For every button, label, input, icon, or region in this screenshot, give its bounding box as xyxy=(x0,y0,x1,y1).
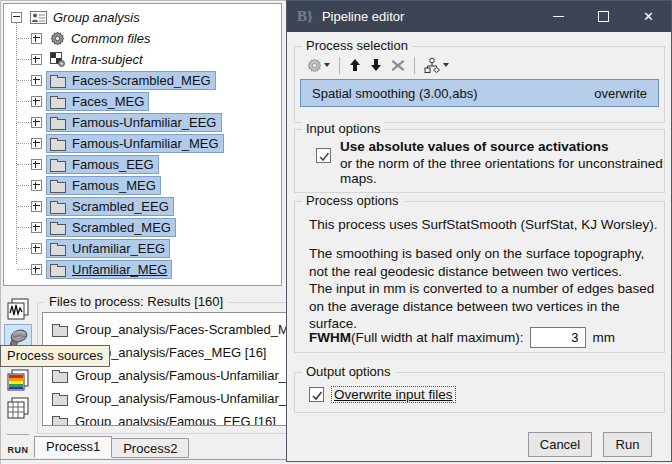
expand-icon[interactable] xyxy=(31,75,42,86)
folder-icon xyxy=(50,140,66,151)
process-timefreq-button[interactable] xyxy=(4,366,32,394)
output-options-group: Output options Overwrite input files xyxy=(294,372,665,413)
move-up-button[interactable] xyxy=(349,58,361,72)
folder-icon xyxy=(50,161,66,172)
file-row-label: Group_analysis/Famous-Unfamiliar_MEG [16… xyxy=(75,391,300,406)
process-options-title: Process options xyxy=(302,193,403,208)
pipeline-icon xyxy=(424,57,441,73)
subject-icon xyxy=(30,11,47,24)
folder-icon xyxy=(50,182,66,193)
tree-item-folder[interactable]: Scrambled_EEG xyxy=(4,196,281,217)
expand-icon[interactable] xyxy=(31,54,42,65)
expand-icon[interactable] xyxy=(31,117,42,128)
close-button[interactable]: ✕ xyxy=(626,1,671,32)
absolute-values-checkbox[interactable] xyxy=(316,148,331,163)
tree-item-intra-subject[interactable]: Intra-subject xyxy=(4,49,281,70)
toolbar-divider xyxy=(7,434,29,435)
expand-icon[interactable] xyxy=(31,201,42,212)
arrow-up-icon xyxy=(349,58,361,72)
tree-item-folder[interactable]: Scrambled_MEG xyxy=(4,217,281,238)
tree-connector xyxy=(17,38,31,39)
tree-connector xyxy=(17,101,31,102)
run-pipeline-button[interactable]: RUN xyxy=(0,445,36,455)
folder-icon xyxy=(50,266,66,277)
process-recordings-button[interactable] xyxy=(4,295,32,323)
tree-item-label: Famous_MEG xyxy=(72,178,156,193)
expand-icon[interactable] xyxy=(31,264,42,275)
tree-connector xyxy=(17,248,31,249)
fwhm-input[interactable] xyxy=(530,327,586,348)
file-row[interactable]: Group_analysis/Famous_EEG [16] xyxy=(43,410,299,426)
absolute-values-label: Use absolute values of source activation… xyxy=(340,139,609,154)
recordings-icon xyxy=(6,297,30,321)
run-button[interactable]: Run xyxy=(603,432,652,457)
tree-item-folder[interactable]: Unfamiliar_MEG xyxy=(4,259,281,280)
add-process-button[interactable] xyxy=(307,58,330,73)
help-line: The smoothing is based only on the surfa… xyxy=(309,245,664,263)
pipeline-menu-button[interactable] xyxy=(424,57,449,73)
tree-item-common-files[interactable]: Common files xyxy=(4,28,281,49)
collapse-icon[interactable] xyxy=(11,12,22,23)
files-list[interactable]: Group_analysis/Faces-Scrambled_MEG [16] … xyxy=(42,312,300,426)
file-row[interactable]: Group_analysis/Famous-Unfamiliar_MEG [16… xyxy=(43,387,299,410)
tree-item-folder[interactable]: Famous_EEG xyxy=(4,154,281,175)
tab-process1[interactable]: Process1 xyxy=(34,436,112,458)
tree-item-folder[interactable]: Famous_MEG xyxy=(4,175,281,196)
move-down-button[interactable] xyxy=(370,58,382,72)
cancel-button[interactable]: Cancel xyxy=(528,432,592,457)
tree-item-folder[interactable]: Faces-Scrambled_MEG xyxy=(4,70,281,91)
overwrite-checkbox[interactable] xyxy=(309,387,324,402)
tree-item-folder[interactable]: Faces_MEG xyxy=(4,91,281,112)
expand-icon[interactable] xyxy=(31,96,42,107)
dropdown-caret-icon xyxy=(324,63,330,67)
folder-icon xyxy=(50,98,66,109)
tree-item-label: Faces_MEG xyxy=(72,94,144,109)
minimize-icon xyxy=(553,16,564,17)
tree-item-label: Unfamiliar_EEG xyxy=(72,241,165,256)
tree-item-folder[interactable]: Unfamiliar_EEG xyxy=(4,238,281,259)
tree-connector xyxy=(17,122,31,123)
maximize-icon xyxy=(598,11,609,22)
maximize-button[interactable] xyxy=(581,1,626,32)
toolbar-separator xyxy=(339,57,340,74)
process-matrix-button[interactable] xyxy=(4,394,32,422)
process-description: This process uses SurfStatSmooth (SurfSt… xyxy=(309,217,658,232)
help-line: The input in mm is converted to a number… xyxy=(309,280,664,298)
fwhm-unit: mm xyxy=(593,330,616,345)
expand-icon[interactable] xyxy=(31,243,42,254)
process-options-group: Process options This process uses SurfSt… xyxy=(294,201,665,353)
expand-icon[interactable] xyxy=(31,222,42,233)
overwrite-label: Overwrite input files xyxy=(331,386,456,403)
expand-icon[interactable] xyxy=(31,138,42,149)
tree-connector xyxy=(17,59,31,60)
expand-icon[interactable] xyxy=(31,180,42,191)
tree-item-folder[interactable]: Famous-Unfamiliar_EEG xyxy=(4,112,281,133)
selected-process-row[interactable]: Spatial smoothing (3.00,abs) overwrite xyxy=(300,79,659,107)
tab-process2[interactable]: Process2 xyxy=(111,438,189,458)
dialog-titlebar[interactable]: B} Pipeline editor ✕ xyxy=(287,1,671,32)
tree-connector xyxy=(17,164,31,165)
tree-item-label: Famous_EEG xyxy=(72,157,154,172)
database-tree-panel[interactable]: Group analysis Common files Intra-subjec… xyxy=(3,3,282,286)
process-selection-title: Process selection xyxy=(302,38,412,53)
file-row[interactable]: Group_analysis/Faces-Scrambled_MEG [16] xyxy=(43,318,299,341)
gear-icon xyxy=(307,58,322,73)
folder-icon xyxy=(52,326,68,337)
delete-x-icon xyxy=(391,59,405,72)
expand-icon[interactable] xyxy=(31,33,42,44)
tree-item-folder[interactable]: Famous-Unfamiliar_MEG xyxy=(4,133,281,154)
input-options-group: Input options Use absolute values of sou… xyxy=(294,129,665,193)
tree-item-label: Intra-subject xyxy=(71,52,143,67)
pipeline-editor-dialog: B} Pipeline editor ✕ Process selection xyxy=(286,0,672,462)
absolute-values-note: or the norm of the three orientations fo… xyxy=(340,156,664,186)
folder-icon xyxy=(50,119,66,130)
remove-process-button[interactable] xyxy=(391,59,405,72)
file-row-label: Group_analysis/Famous_EEG [16] xyxy=(75,414,276,426)
tree-item-group-analysis[interactable]: Group analysis xyxy=(4,7,281,28)
expand-icon[interactable] xyxy=(31,159,42,170)
minimize-button[interactable] xyxy=(536,1,581,32)
tree-item-label: Scrambled_EEG xyxy=(72,199,169,214)
file-row-label: Group_analysis/Faces-Scrambled_MEG [16] xyxy=(75,322,300,337)
file-row[interactable]: Group_analysis/Famous-Unfamiliar_EEG [16… xyxy=(43,364,299,387)
process-selection-group: Process selection Spatial smoothing (3.0… xyxy=(294,46,665,123)
